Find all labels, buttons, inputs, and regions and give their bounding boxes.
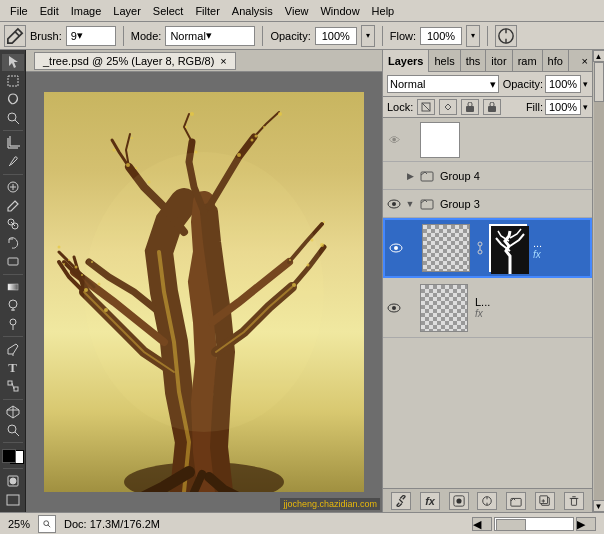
- create-group-btn[interactable]: [506, 492, 526, 510]
- layer-eye-2[interactable]: [385, 299, 403, 317]
- menu-analysis[interactable]: Analysis: [226, 3, 279, 19]
- airbrush-btn[interactable]: [495, 25, 517, 47]
- tab-ram[interactable]: ram: [513, 50, 543, 72]
- tab-hfo[interactable]: hfo: [543, 50, 569, 72]
- foreground-color-swatch[interactable]: [2, 449, 16, 463]
- menu-view[interactable]: View: [279, 3, 315, 19]
- pen-tool[interactable]: [2, 341, 24, 358]
- layer-expand-2[interactable]: [403, 301, 417, 315]
- fill-input[interactable]: [545, 99, 581, 115]
- opacity-value-input[interactable]: [545, 75, 581, 93]
- scrollbar-down-btn[interactable]: ▼: [593, 500, 605, 512]
- tab-layers[interactable]: Layers: [383, 50, 429, 72]
- eraser-tool[interactable]: [2, 253, 24, 270]
- tool-sep3: [3, 274, 23, 275]
- mask-mode-btn[interactable]: [2, 473, 24, 490]
- blend-mode-dropdown[interactable]: Normal ▾: [387, 75, 499, 93]
- gradient-tool[interactable]: [2, 278, 24, 295]
- canvas-tab-item[interactable]: _tree.psd @ 25% (Layer 8, RGB/8) ×: [34, 52, 236, 70]
- layer-eye-selected[interactable]: [387, 239, 405, 257]
- layer-item-2[interactable]: L... fx: [383, 278, 592, 338]
- screen-mode-btn[interactable]: [2, 492, 24, 509]
- menu-filter[interactable]: Filter: [189, 3, 225, 19]
- brush-tool[interactable]: [2, 197, 24, 214]
- flow-arrow[interactable]: ▾: [466, 25, 480, 47]
- svg-point-49: [323, 221, 325, 223]
- path-tool[interactable]: [2, 378, 24, 395]
- menu-help[interactable]: Help: [366, 3, 401, 19]
- quick-select-tool[interactable]: [2, 110, 24, 127]
- svg-point-52: [131, 137, 133, 139]
- canvas-content[interactable]: jjocheng.chazidian.com: [26, 72, 382, 512]
- flow-input[interactable]: [420, 27, 462, 45]
- tab-hels[interactable]: hels: [429, 50, 460, 72]
- opacity-arrow[interactable]: ▾: [583, 79, 588, 89]
- delete-layer-btn[interactable]: [564, 492, 584, 510]
- status-scroll-bar[interactable]: [494, 517, 574, 531]
- layer-chain-selected[interactable]: [473, 241, 487, 255]
- menu-select[interactable]: Select: [147, 3, 190, 19]
- svg-line-85: [400, 499, 403, 502]
- status-scroll-thumb[interactable]: [496, 519, 526, 531]
- scrollbar-thumb[interactable]: [594, 62, 604, 102]
- tool-sep4: [3, 336, 23, 337]
- layer-eye-group4[interactable]: [385, 167, 403, 185]
- tab-ths[interactable]: ths: [461, 50, 487, 72]
- menu-image[interactable]: Image: [65, 3, 108, 19]
- layer-expand-white[interactable]: [403, 133, 417, 147]
- scrollbar-up-btn[interactable]: ▲: [593, 50, 605, 62]
- add-layer-style-btn[interactable]: fx: [420, 492, 440, 510]
- crop-tool[interactable]: [2, 135, 24, 152]
- mode-dropdown[interactable]: Normal ▾: [165, 26, 255, 46]
- main-area: T: [0, 50, 604, 512]
- lock-position-btn[interactable]: [461, 99, 479, 115]
- opacity-arrow[interactable]: ▾: [361, 25, 375, 47]
- layer-item-group3[interactable]: ▼ Group 3: [383, 190, 592, 218]
- status-scroll-left[interactable]: ◀: [472, 517, 492, 531]
- lasso-tool[interactable]: [2, 91, 24, 108]
- blur-tool[interactable]: [2, 297, 24, 314]
- zoom-tool[interactable]: [2, 422, 24, 439]
- menu-layer[interactable]: Layer: [107, 3, 147, 19]
- canvas-close-btn[interactable]: ×: [220, 55, 226, 67]
- clone-tool[interactable]: [2, 216, 24, 233]
- lock-transparent-btn[interactable]: [417, 99, 435, 115]
- tool-sep6: [3, 442, 23, 443]
- layer-eye-group3[interactable]: [385, 195, 403, 213]
- marquee-tool[interactable]: [2, 73, 24, 90]
- healing-tool[interactable]: [2, 179, 24, 196]
- add-mask-btn[interactable]: [449, 492, 469, 510]
- layer-expand-group3[interactable]: ▼: [403, 197, 417, 211]
- layer-item-group4[interactable]: ▶ Group 4: [383, 162, 592, 190]
- svg-line-12: [9, 165, 10, 166]
- scrollbar-track[interactable]: [594, 62, 604, 500]
- svg-point-63: [237, 153, 241, 157]
- fill-arrow[interactable]: ▾: [583, 102, 588, 112]
- 3d-tool[interactable]: [2, 403, 24, 420]
- lock-all-btn[interactable]: [483, 99, 501, 115]
- layer-eye-white[interactable]: 👁: [385, 131, 403, 149]
- brush-tool-btn[interactable]: [4, 25, 26, 47]
- layer-item-selected[interactable]: ... fx: [383, 218, 592, 278]
- layer-item-white[interactable]: 👁: [383, 118, 592, 162]
- menu-edit[interactable]: Edit: [34, 3, 65, 19]
- dodge-tool[interactable]: [2, 316, 24, 333]
- link-layers-btn[interactable]: [391, 492, 411, 510]
- layer-expand-group4[interactable]: ▶: [403, 169, 417, 183]
- layer-expand-selected[interactable]: [405, 241, 419, 255]
- lock-image-btn[interactable]: [439, 99, 457, 115]
- brush-size-dropdown[interactable]: 9 ▾: [66, 26, 116, 46]
- tab-itor[interactable]: itor: [486, 50, 512, 72]
- history-brush-tool[interactable]: [2, 235, 24, 252]
- layers-panel-close[interactable]: ×: [578, 55, 592, 67]
- menu-file[interactable]: File: [4, 3, 34, 19]
- menu-window[interactable]: Window: [314, 3, 365, 19]
- new-layer-btn[interactable]: [535, 492, 555, 510]
- zoom-indicator-btn[interactable]: [38, 515, 56, 533]
- move-tool[interactable]: [2, 54, 24, 71]
- opacity-input[interactable]: [315, 27, 357, 45]
- eyedropper-tool[interactable]: [2, 154, 24, 171]
- create-adjustment-btn[interactable]: [477, 492, 497, 510]
- status-scroll-right[interactable]: ▶: [576, 517, 596, 531]
- text-tool[interactable]: T: [2, 359, 24, 376]
